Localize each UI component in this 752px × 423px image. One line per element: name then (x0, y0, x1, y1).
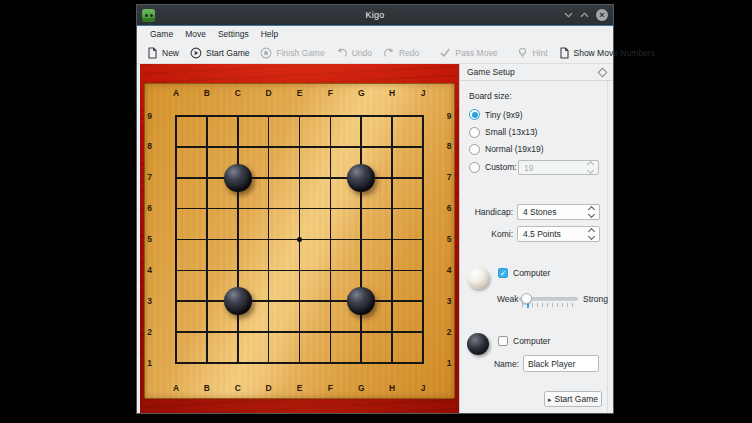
weak-label: Weak (497, 294, 519, 305)
game-setup-header: Game Setup (460, 64, 613, 81)
maximize-button[interactable] (580, 12, 589, 18)
lightbulb-icon (517, 47, 528, 59)
radio-tiny-9x9[interactable]: Tiny (9x9) (469, 109, 522, 120)
menu-help[interactable]: Help (255, 27, 284, 41)
grid-line-horizontal (175, 331, 424, 333)
kigo-window: Kigo × GameMoveSettingsHelp NewStart Gam… (136, 4, 614, 414)
go-stone-black (347, 287, 375, 315)
toolbar-hint[interactable]: Hint (517, 47, 547, 59)
slider-tick (522, 303, 523, 307)
black-computer-checkbox[interactable] (498, 336, 508, 346)
toolbar-show-move-numbers[interactable]: Show Move Numbers (559, 47, 655, 59)
black-computer-label: Computer (513, 336, 550, 347)
komi-value: 4.5 Points (523, 229, 561, 239)
row-label-right: 2 (443, 327, 456, 338)
custom-size-spinbox[interactable]: 19 (518, 160, 599, 175)
toolbar-item-label: Show Move Numbers (574, 48, 655, 58)
row-label-right: 9 (443, 111, 456, 122)
spinbox-down-arrow-icon[interactable] (588, 211, 595, 218)
minimize-button[interactable] (564, 12, 573, 18)
radio-custom[interactable]: Custom: (469, 162, 517, 173)
komi-spinbox[interactable]: 4.5 Points (517, 226, 600, 242)
move-numbers-icon (559, 47, 570, 59)
grid-line-vertical (391, 115, 393, 364)
handicap-label: Handicap: (460, 207, 513, 218)
toolbar-item-label: Pass Move (455, 48, 497, 58)
row-label-left: 4 (143, 265, 156, 276)
row-label-left: 6 (143, 203, 156, 214)
star-point (297, 237, 302, 242)
start-game-button-label: Start Game (555, 394, 598, 404)
row-label-right: 1 (443, 358, 456, 369)
black-stone-image (467, 333, 489, 355)
play-circle-icon (190, 47, 202, 59)
row-label-left: 9 (143, 111, 156, 122)
window-title: Kigo (137, 10, 613, 20)
toolbar: NewStart GameFinish GameUndoRedoPass Mov… (137, 42, 613, 64)
toolbar-item-label: Finish Game (276, 48, 324, 58)
grid-line-horizontal (175, 362, 424, 364)
column-label-top: F (322, 88, 338, 99)
player-name-input[interactable] (523, 355, 599, 372)
toolbar-pass-move[interactable]: Pass Move (439, 47, 497, 58)
menu-game[interactable]: Game (144, 27, 179, 41)
menu-move[interactable]: Move (179, 27, 212, 41)
slider-tick (547, 303, 548, 307)
grid-line-horizontal (175, 300, 424, 302)
toolbar-undo[interactable]: Undo (336, 47, 372, 58)
go-board-frame: AA99BB88CC77DD66EE55FF44GG33HH22JJ11 (140, 64, 459, 413)
white-computer-checkbox[interactable] (498, 268, 508, 278)
grid-line-horizontal (175, 270, 424, 272)
toolbar-item-label: New (162, 48, 179, 58)
go-stone-black (224, 164, 252, 192)
game-setup-title: Game Setup (467, 67, 599, 77)
go-board-surface[interactable]: AA99BB88CC77DD66EE55FF44GG33HH22JJ11 (144, 83, 455, 399)
toolbar-redo[interactable]: Redo (383, 47, 419, 58)
start-game-button[interactable]: ▸ Start Game (544, 391, 602, 407)
column-label-bottom: A (168, 383, 184, 394)
radio-label: Normal (19x19) (485, 144, 544, 154)
row-label-left: 5 (143, 234, 156, 245)
grid-line-vertical (360, 115, 362, 364)
row-label-right: 3 (443, 296, 456, 307)
row-label-right: 8 (443, 141, 456, 152)
grid-line-vertical (330, 115, 332, 364)
radio-small-13x13[interactable]: Small (13x13) (469, 127, 537, 138)
stop-circle-icon (260, 47, 272, 59)
new-document-icon (147, 47, 158, 59)
grid-line-vertical (422, 115, 424, 364)
toolbar-start-game[interactable]: Start Game (190, 47, 249, 59)
main-content: AA99BB88CC77DD66EE55FF44GG33HH22JJ11 Gam… (137, 64, 613, 413)
checkmark-icon (439, 47, 451, 58)
spinbox-down-arrow-icon[interactable] (588, 233, 595, 240)
toolbar-item-label: Undo (352, 48, 372, 58)
row-label-left: 3 (143, 296, 156, 307)
menu-settings[interactable]: Settings (212, 27, 255, 41)
slider-tick (552, 303, 553, 307)
radio-normal-19x19[interactable]: Normal (19x19) (469, 144, 544, 155)
column-label-top: J (415, 88, 431, 99)
slider-tick (572, 303, 573, 307)
redo-arrow-icon (383, 47, 395, 58)
komi-label: Komi: (460, 229, 513, 240)
close-button[interactable]: × (596, 9, 608, 21)
slider-tick (562, 303, 563, 307)
column-label-bottom: H (384, 383, 400, 394)
toolbar-item-label: Start Game (206, 48, 249, 58)
toolbar-new[interactable]: New (147, 47, 179, 59)
title-bar[interactable]: Kigo × (137, 5, 613, 26)
handicap-spinbox[interactable]: 4 Stones (517, 204, 600, 220)
float-panel-icon[interactable] (598, 67, 608, 77)
undo-arrow-icon (336, 47, 348, 58)
row-label-left: 8 (143, 141, 156, 152)
radio-circle (469, 127, 480, 138)
game-setup-panel: Game Setup Board size: Tiny (9x9)Small (… (459, 64, 613, 413)
row-label-right: 5 (443, 234, 456, 245)
radio-label: Tiny (9x9) (485, 110, 522, 120)
toolbar-finish-game[interactable]: Finish Game (260, 47, 324, 59)
strength-slider-handle[interactable] (521, 293, 532, 304)
name-label: Name: (460, 359, 519, 370)
board-size-label: Board size: (469, 91, 512, 102)
column-label-bottom: D (261, 383, 277, 394)
spinbox-down-arrow-icon[interactable] (587, 167, 594, 174)
